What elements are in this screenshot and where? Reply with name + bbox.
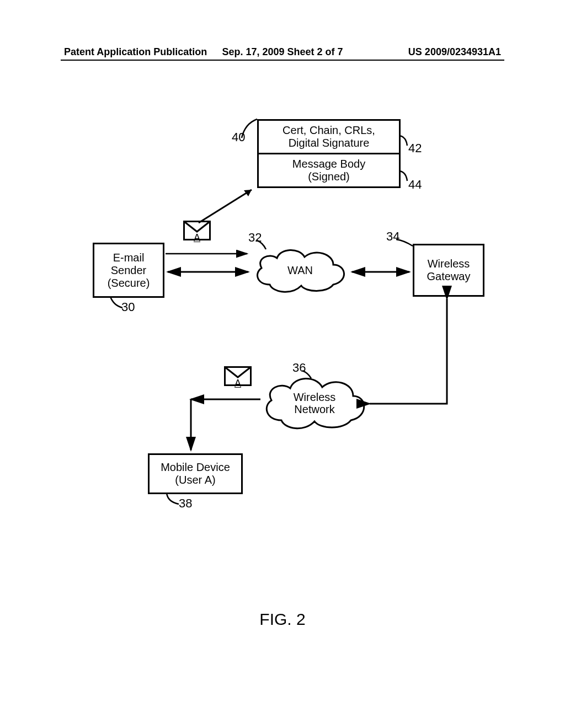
sender-line2: Sender xyxy=(111,264,147,277)
wireless-gateway-box: Wireless Gateway xyxy=(413,244,484,297)
leader-38 xyxy=(164,493,181,507)
sender-line1: E-mail xyxy=(113,251,145,264)
wnet-line2: Network xyxy=(294,403,334,415)
gateway-line1: Wireless xyxy=(428,258,470,270)
header-left: Patent Application Publication xyxy=(64,46,207,58)
arrow-wan-gateway xyxy=(349,268,414,276)
wireless-network-cloud: Wireless Network xyxy=(259,373,370,433)
message-row1-line1: Cert, Chain, CRLs, xyxy=(282,124,375,136)
wireless-network-label: Wireless Network xyxy=(294,391,336,415)
arrow-sender-to-wan-top xyxy=(166,250,252,257)
wnet-line1: Wireless xyxy=(294,391,336,403)
mobile-line2: (User A) xyxy=(175,474,215,486)
leader-34 xyxy=(396,232,416,248)
leader-40 xyxy=(232,119,259,147)
sender-line3: (Secure) xyxy=(108,277,150,290)
envelope-a-bottom: A xyxy=(224,366,252,386)
wan-label: WAN xyxy=(287,264,313,276)
header-center: Sep. 17, 2009 Sheet 2 of 7 xyxy=(222,46,343,58)
message-row2-line1: Message Body xyxy=(292,158,365,170)
message-row1-line2: Digital Signature xyxy=(289,137,370,149)
leader-32 xyxy=(257,233,274,249)
leader-42 xyxy=(399,133,416,150)
page: Patent Application Publication Sep. 17, … xyxy=(0,0,565,728)
email-sender-box: E-mail Sender (Secure) xyxy=(93,243,164,298)
envelope-label-top: A xyxy=(194,232,200,244)
leader-44 xyxy=(399,169,416,185)
arrow-gateway-wnet xyxy=(364,296,458,411)
mobile-device-box: Mobile Device (User A) xyxy=(148,453,243,494)
svg-line-4 xyxy=(199,190,252,223)
leader-36 xyxy=(302,363,319,379)
message-row-body: Message Body (Signed) xyxy=(257,154,401,188)
arrow-envelope-to-message xyxy=(196,184,260,226)
arrow-sender-wan xyxy=(164,268,253,276)
leader-30 xyxy=(110,297,126,311)
message-structure: Cert, Chain, CRLs, Digital Signature Mes… xyxy=(257,119,401,188)
message-row-header: Cert, Chain, CRLs, Digital Signature xyxy=(257,119,401,154)
wan-cloud: WAN xyxy=(250,245,350,296)
envelope-label-bottom: A xyxy=(234,378,241,389)
header-rule xyxy=(61,60,504,61)
message-row2-line2: (Signed) xyxy=(308,170,350,183)
gateway-line2: Gateway xyxy=(427,270,471,283)
arrow-wnet-mobile xyxy=(183,395,264,456)
figure-label: FIG. 2 xyxy=(259,610,305,629)
header-right: US 2009/0234931A1 xyxy=(408,46,501,58)
mobile-line1: Mobile Device xyxy=(161,461,230,474)
